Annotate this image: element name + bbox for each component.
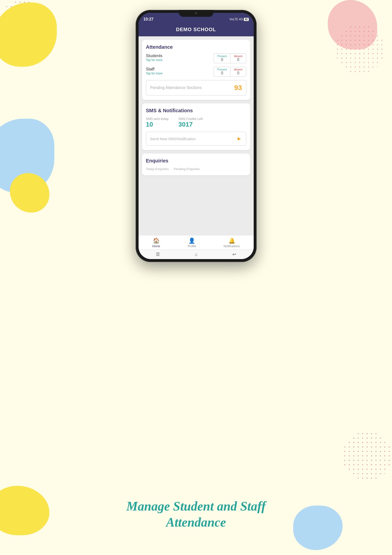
sms-stats-row: SMS sent today 10 SMS Credits Left 3017 xyxy=(146,117,246,128)
students-tap-hint: Tap for more xyxy=(146,58,163,62)
staff-absent-stat: Absent 0 xyxy=(230,67,246,76)
staff-present-value: 0 xyxy=(217,71,227,75)
decorative-dots-tr xyxy=(335,25,385,74)
decorative-blob-blue-ml xyxy=(0,119,54,193)
phone-mockup: 10:27 VoLTE 4G 82 DEMO SCHOOL Attendance xyxy=(136,10,257,262)
footer-text: Manage Student and Staff Attendance xyxy=(122,498,270,530)
students-stats: Present 0 Absent 0 xyxy=(214,53,246,63)
staff-tap-hint: Tap for more xyxy=(146,72,163,75)
enquiries-preview-row: Today Enquiries Pending Enquiries xyxy=(146,167,246,171)
footer-section: Manage Student and Staff Attendance xyxy=(122,498,270,530)
pending-attendance-count: 93 xyxy=(234,84,242,92)
decorative-blob-yellow-ml xyxy=(10,173,49,213)
decorative-blob-yellow-bl xyxy=(0,486,49,535)
students-absent-value: 0 xyxy=(234,58,242,62)
sms-credits-value: 3017 xyxy=(178,121,203,128)
staff-label-main: Staff xyxy=(146,67,163,72)
students-present-stat: Present 0 xyxy=(214,54,230,63)
students-absent-label: Absent xyxy=(234,55,242,58)
today-enquiries-label: Today Enquiries xyxy=(146,167,169,171)
decorative-dots-br xyxy=(343,431,392,481)
status-time: 10:27 xyxy=(144,17,154,22)
decorative-blob-yellow-tl xyxy=(0,2,57,67)
students-label-main: Students xyxy=(146,53,163,58)
sms-sent-stat: SMS sent today 10 xyxy=(146,117,169,128)
staff-present-label: Present xyxy=(217,68,227,71)
bell-icon: 🔔 xyxy=(228,238,235,244)
back-button[interactable]: ↩ xyxy=(232,252,236,257)
phone-camera xyxy=(195,12,197,14)
decorative-dots-tl xyxy=(0,0,44,44)
nav-home-label: Home xyxy=(152,244,160,248)
android-nav-bar: ☰ ⌂ ↩ xyxy=(139,249,254,259)
nav-profile-label: Profile xyxy=(188,244,196,248)
sms-card: SMS & Notifications SMS sent today 10 SM… xyxy=(142,103,250,150)
staff-label: Staff Tap for more xyxy=(146,67,163,75)
send-sms-label: Send New SMS/Notification xyxy=(150,137,196,141)
staff-row[interactable]: Staff Tap for more Present 0 Absent 0 xyxy=(146,67,246,77)
nav-profile[interactable]: 👤 Profile xyxy=(188,238,196,248)
nav-notifications[interactable]: 🔔 Notifications xyxy=(224,238,240,248)
staff-stats: Present 0 Absent 0 xyxy=(214,67,246,77)
staff-absent-value: 0 xyxy=(234,71,242,75)
staff-present-stat: Present 0 xyxy=(214,67,230,76)
sms-sent-value: 10 xyxy=(146,121,169,128)
signal-icon: VoLTE 4G xyxy=(229,18,243,21)
students-present-label: Present xyxy=(217,55,227,58)
pending-enquiries-label: Pending Enquiries xyxy=(174,167,200,171)
pending-attendance-box[interactable]: Pending Attendance Sections 93 xyxy=(146,80,246,95)
students-row[interactable]: Students Tap for more Present 0 Absent 0 xyxy=(146,53,246,63)
enquiries-card-title: Enquiries xyxy=(146,158,246,164)
students-present-value: 0 xyxy=(217,58,227,62)
today-enquiries-stat: Today Enquiries xyxy=(146,167,169,171)
nav-notifications-label: Notifications xyxy=(224,244,240,248)
send-icon: ► xyxy=(237,135,242,142)
phone-content[interactable]: Attendance Students Tap for more Present… xyxy=(139,36,254,235)
pending-attendance-label: Pending Attendance Sections xyxy=(150,86,202,90)
students-label: Students Tap for more xyxy=(146,53,163,62)
app-title: DEMO SCHOOL xyxy=(144,27,249,32)
nav-home[interactable]: 🏠 Home xyxy=(152,238,160,248)
bottom-nav: 🏠 Home 👤 Profile 🔔 Notifications xyxy=(139,235,254,249)
phone-screen: 10:27 VoLTE 4G 82 DEMO SCHOOL Attendance xyxy=(139,13,254,259)
send-sms-box[interactable]: Send New SMS/Notification ► xyxy=(146,132,246,146)
status-icons: VoLTE 4G 82 xyxy=(229,18,249,21)
decorative-blob-red-tr xyxy=(328,0,377,49)
attendance-card-title: Attendance xyxy=(146,44,246,50)
battery-indicator: 82 xyxy=(244,18,248,21)
menu-button[interactable]: ☰ xyxy=(156,252,160,257)
attendance-card: Attendance Students Tap for more Present… xyxy=(142,40,250,100)
sms-credits-stat: SMS Credits Left 3017 xyxy=(178,117,203,128)
sms-card-title: SMS & Notifications xyxy=(146,108,246,113)
students-absent-stat: Absent 0 xyxy=(230,54,246,63)
enquiries-card: Enquiries Today Enquiries Pending Enquir… xyxy=(142,154,250,175)
app-header: DEMO SCHOOL xyxy=(139,24,254,36)
phone-outer-shell: 10:27 VoLTE 4G 82 DEMO SCHOOL Attendance xyxy=(136,10,257,262)
pending-enquiries-stat: Pending Enquiries xyxy=(174,167,200,171)
sms-sent-label: SMS sent today xyxy=(146,117,169,121)
decorative-blob-blue-bc xyxy=(293,506,343,550)
home-icon: 🏠 xyxy=(153,238,160,244)
staff-absent-label: Absent xyxy=(234,68,242,71)
profile-icon: 👤 xyxy=(188,238,195,244)
sms-credits-label: SMS Credits Left xyxy=(178,117,203,121)
phone-notch xyxy=(179,10,213,17)
home-button[interactable]: ⌂ xyxy=(195,252,198,257)
